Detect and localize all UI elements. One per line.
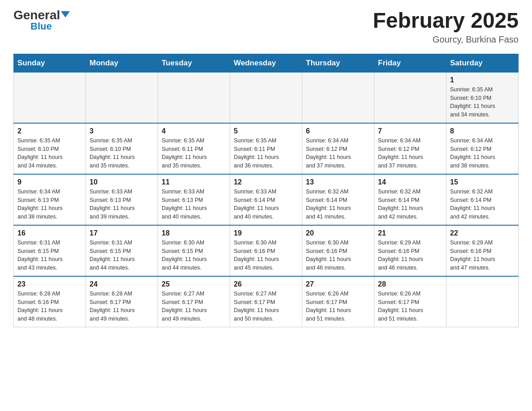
calendar-cell: 25Sunrise: 6:27 AM Sunset: 6:17 PM Dayli… <box>158 276 230 327</box>
weekday-header-thursday: Thursday <box>302 54 374 72</box>
day-info: Sunrise: 6:26 AM Sunset: 6:17 PM Dayligh… <box>306 290 370 323</box>
day-number: 26 <box>234 280 298 288</box>
day-info: Sunrise: 6:34 AM Sunset: 6:12 PM Dayligh… <box>306 137 370 170</box>
day-number: 11 <box>162 178 226 186</box>
calendar-cell: 10Sunrise: 6:33 AM Sunset: 6:13 PM Dayli… <box>86 174 158 225</box>
day-info: Sunrise: 6:30 AM Sunset: 6:16 PM Dayligh… <box>234 239 298 272</box>
location-subtitle: Gourcy, Burkina Faso <box>373 34 519 45</box>
calendar-cell <box>86 72 158 123</box>
day-info: Sunrise: 6:32 AM Sunset: 6:14 PM Dayligh… <box>378 188 442 221</box>
day-info: Sunrise: 6:27 AM Sunset: 6:17 PM Dayligh… <box>162 290 226 323</box>
day-number: 8 <box>450 127 515 135</box>
day-number: 15 <box>450 178 515 186</box>
day-number: 3 <box>90 127 154 135</box>
calendar-cell: 20Sunrise: 6:30 AM Sunset: 6:16 PM Dayli… <box>302 225 374 276</box>
logo-triangle-icon <box>61 11 70 17</box>
calendar-cell <box>230 72 302 123</box>
day-number: 12 <box>234 178 298 186</box>
weekday-header-friday: Friday <box>374 54 446 72</box>
day-info: Sunrise: 6:26 AM Sunset: 6:17 PM Dayligh… <box>378 290 442 323</box>
calendar-table: SundayMondayTuesdayWednesdayThursdayFrid… <box>13 54 519 327</box>
day-info: Sunrise: 6:33 AM Sunset: 6:14 PM Dayligh… <box>234 188 298 221</box>
weekday-header-row: SundayMondayTuesdayWednesdayThursdayFrid… <box>14 54 519 72</box>
calendar-cell <box>302 72 374 123</box>
day-number: 6 <box>306 127 370 135</box>
calendar-cell: 1Sunrise: 6:35 AM Sunset: 6:10 PM Daylig… <box>446 72 519 123</box>
weekday-header-wednesday: Wednesday <box>230 54 302 72</box>
calendar-cell: 17Sunrise: 6:31 AM Sunset: 6:15 PM Dayli… <box>86 225 158 276</box>
calendar-cell: 2Sunrise: 6:35 AM Sunset: 6:10 PM Daylig… <box>14 123 86 174</box>
calendar-cell: 28Sunrise: 6:26 AM Sunset: 6:17 PM Dayli… <box>374 276 446 327</box>
day-info: Sunrise: 6:34 AM Sunset: 6:13 PM Dayligh… <box>17 188 82 221</box>
day-number: 2 <box>17 127 82 135</box>
day-number: 18 <box>162 229 226 237</box>
logo-blue-text: Blue <box>30 21 52 31</box>
calendar-cell: 23Sunrise: 6:28 AM Sunset: 6:16 PM Dayli… <box>14 276 86 327</box>
day-info: Sunrise: 6:31 AM Sunset: 6:15 PM Dayligh… <box>90 239 154 272</box>
weekday-header-monday: Monday <box>86 54 158 72</box>
calendar-cell: 5Sunrise: 6:35 AM Sunset: 6:11 PM Daylig… <box>230 123 302 174</box>
day-number: 19 <box>234 229 298 237</box>
day-info: Sunrise: 6:33 AM Sunset: 6:13 PM Dayligh… <box>162 188 226 221</box>
day-info: Sunrise: 6:29 AM Sunset: 6:16 PM Dayligh… <box>378 239 442 272</box>
day-info: Sunrise: 6:33 AM Sunset: 6:13 PM Dayligh… <box>90 188 154 221</box>
calendar-cell: 9Sunrise: 6:34 AM Sunset: 6:13 PM Daylig… <box>14 174 86 225</box>
day-number: 10 <box>90 178 154 186</box>
day-number: 17 <box>90 229 154 237</box>
day-number: 21 <box>378 229 442 237</box>
day-info: Sunrise: 6:32 AM Sunset: 6:14 PM Dayligh… <box>306 188 370 221</box>
weekday-header-sunday: Sunday <box>14 54 86 72</box>
day-number: 1 <box>450 76 515 84</box>
day-info: Sunrise: 6:28 AM Sunset: 6:17 PM Dayligh… <box>90 290 154 323</box>
day-info: Sunrise: 6:34 AM Sunset: 6:12 PM Dayligh… <box>378 137 442 170</box>
calendar-cell: 14Sunrise: 6:32 AM Sunset: 6:14 PM Dayli… <box>374 174 446 225</box>
logo: General Blue <box>13 9 70 31</box>
calendar-cell <box>14 72 86 123</box>
day-number: 24 <box>90 280 154 288</box>
week-row-3: 9Sunrise: 6:34 AM Sunset: 6:13 PM Daylig… <box>14 174 519 225</box>
calendar-cell: 27Sunrise: 6:26 AM Sunset: 6:17 PM Dayli… <box>302 276 374 327</box>
day-number: 4 <box>162 127 226 135</box>
day-number: 27 <box>306 280 370 288</box>
title-block: February 2025 Gourcy, Burkina Faso <box>373 9 519 45</box>
calendar-cell: 6Sunrise: 6:34 AM Sunset: 6:12 PM Daylig… <box>302 123 374 174</box>
day-info: Sunrise: 6:31 AM Sunset: 6:15 PM Dayligh… <box>17 239 82 272</box>
day-info: Sunrise: 6:30 AM Sunset: 6:15 PM Dayligh… <box>162 239 226 272</box>
calendar-cell: 24Sunrise: 6:28 AM Sunset: 6:17 PM Dayli… <box>86 276 158 327</box>
calendar-cell: 4Sunrise: 6:35 AM Sunset: 6:11 PM Daylig… <box>158 123 230 174</box>
calendar-cell <box>158 72 230 123</box>
calendar-cell: 26Sunrise: 6:27 AM Sunset: 6:17 PM Dayli… <box>230 276 302 327</box>
weekday-header-saturday: Saturday <box>446 54 519 72</box>
week-row-5: 23Sunrise: 6:28 AM Sunset: 6:16 PM Dayli… <box>14 276 519 327</box>
day-info: Sunrise: 6:30 AM Sunset: 6:16 PM Dayligh… <box>306 239 370 272</box>
calendar-cell: 21Sunrise: 6:29 AM Sunset: 6:16 PM Dayli… <box>374 225 446 276</box>
day-info: Sunrise: 6:35 AM Sunset: 6:10 PM Dayligh… <box>450 86 515 119</box>
calendar-cell: 16Sunrise: 6:31 AM Sunset: 6:15 PM Dayli… <box>14 225 86 276</box>
calendar-cell: 8Sunrise: 6:34 AM Sunset: 6:12 PM Daylig… <box>446 123 519 174</box>
day-info: Sunrise: 6:32 AM Sunset: 6:14 PM Dayligh… <box>450 188 515 221</box>
day-number: 5 <box>234 127 298 135</box>
calendar-cell: 15Sunrise: 6:32 AM Sunset: 6:14 PM Dayli… <box>446 174 519 225</box>
calendar-cell <box>446 276 519 327</box>
calendar-cell: 12Sunrise: 6:33 AM Sunset: 6:14 PM Dayli… <box>230 174 302 225</box>
weekday-header-tuesday: Tuesday <box>158 54 230 72</box>
week-row-2: 2Sunrise: 6:35 AM Sunset: 6:10 PM Daylig… <box>14 123 519 174</box>
day-number: 23 <box>17 280 82 288</box>
day-number: 16 <box>17 229 82 237</box>
day-info: Sunrise: 6:35 AM Sunset: 6:11 PM Dayligh… <box>234 137 298 170</box>
day-number: 22 <box>450 229 515 237</box>
day-number: 13 <box>306 178 370 186</box>
calendar-title: February 2025 <box>373 9 519 33</box>
day-number: 25 <box>162 280 226 288</box>
day-number: 28 <box>378 280 442 288</box>
day-info: Sunrise: 6:28 AM Sunset: 6:16 PM Dayligh… <box>17 290 82 323</box>
calendar-cell: 18Sunrise: 6:30 AM Sunset: 6:15 PM Dayli… <box>158 225 230 276</box>
calendar-cell <box>374 72 446 123</box>
week-row-4: 16Sunrise: 6:31 AM Sunset: 6:15 PM Dayli… <box>14 225 519 276</box>
logo-general-text: General <box>13 9 60 21</box>
day-info: Sunrise: 6:35 AM Sunset: 6:10 PM Dayligh… <box>90 137 154 170</box>
calendar-cell: 3Sunrise: 6:35 AM Sunset: 6:10 PM Daylig… <box>86 123 158 174</box>
calendar-cell: 13Sunrise: 6:32 AM Sunset: 6:14 PM Dayli… <box>302 174 374 225</box>
day-info: Sunrise: 6:35 AM Sunset: 6:10 PM Dayligh… <box>17 137 82 170</box>
week-row-1: 1Sunrise: 6:35 AM Sunset: 6:10 PM Daylig… <box>14 72 519 123</box>
